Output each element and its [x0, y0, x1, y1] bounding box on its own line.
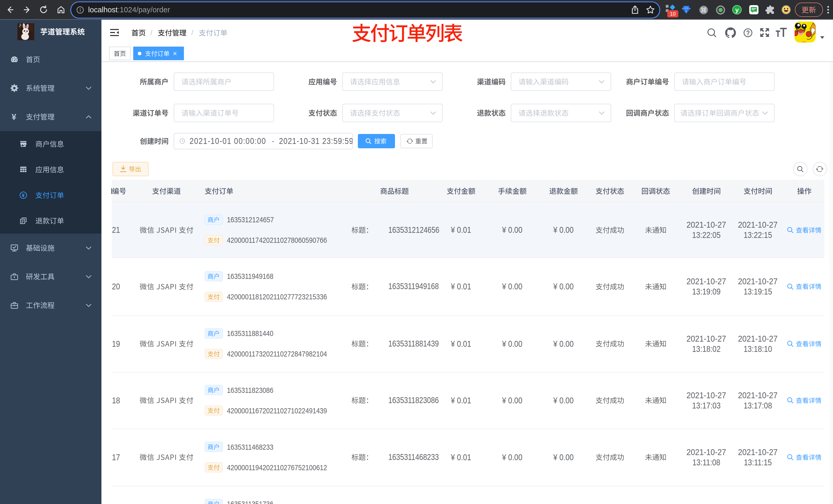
svg-text:y: y	[735, 6, 739, 13]
